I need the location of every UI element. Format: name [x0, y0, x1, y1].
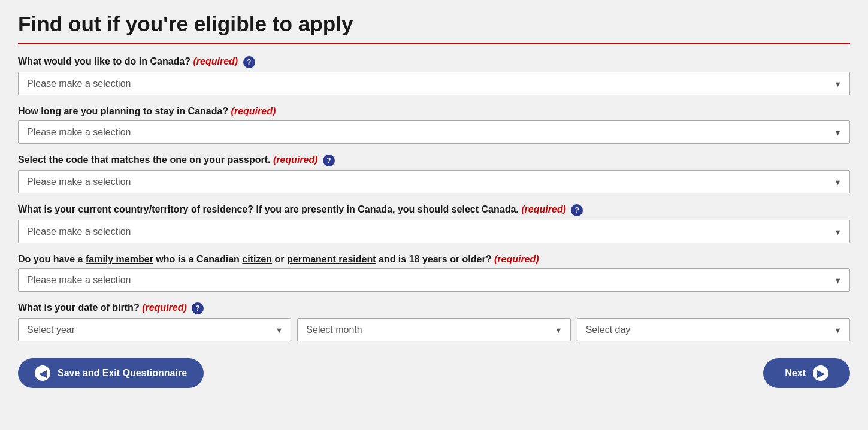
question-1: What would you like to do in Canada? (re…	[18, 56, 850, 95]
q1-select-wrapper: Please make a selection ▼	[18, 72, 850, 95]
month-select-wrapper: Select month ▼	[297, 318, 570, 341]
help-icon[interactable]: ?	[571, 204, 583, 216]
question-3-label: Select the code that matches the one on …	[18, 155, 850, 166]
q2-select[interactable]: Please make a selection	[18, 120, 850, 144]
footer: ◀ Save and Exit Questionnaire Next ▶	[18, 358, 850, 388]
question-6-label: What is your date of birth? (required) ?	[18, 302, 850, 314]
required-indicator: (required)	[494, 254, 539, 264]
q1-select[interactable]: Please make a selection	[18, 72, 850, 95]
help-icon[interactable]: ?	[243, 56, 255, 68]
q3-select-wrapper: Please make a selection ▼	[18, 170, 850, 193]
dob-row: Select year ▼ Select month ▼ Select day …	[18, 318, 850, 341]
forward-arrow-icon: ▶	[813, 365, 828, 381]
red-divider	[18, 43, 850, 44]
year-select[interactable]: Select year	[18, 318, 291, 341]
question-2-label: How long are you planning to stay in Can…	[18, 106, 850, 117]
required-indicator: (required)	[231, 106, 276, 116]
question-2: How long are you planning to stay in Can…	[18, 106, 850, 144]
question-1-label: What would you like to do in Canada? (re…	[18, 56, 850, 68]
question-3: Select the code that matches the one on …	[18, 155, 850, 193]
question-4-label: What is your current country/territory o…	[18, 204, 850, 216]
q5-select-wrapper: Please make a selection ▼	[18, 268, 850, 292]
citizen-link[interactable]: citizen	[242, 254, 272, 264]
help-icon[interactable]: ?	[323, 155, 335, 166]
permanent-resident-link[interactable]: permanent resident	[287, 254, 376, 264]
day-select-wrapper: Select day ▼	[577, 318, 850, 341]
required-indicator: (required)	[521, 204, 566, 214]
question-5: Do you have a family member who is a Can…	[18, 254, 850, 292]
month-select[interactable]: Select month	[297, 318, 570, 341]
q5-select[interactable]: Please make a selection	[18, 268, 850, 292]
year-select-wrapper: Select year ▼	[18, 318, 291, 341]
family-member-link[interactable]: family member	[86, 254, 153, 264]
day-select[interactable]: Select day	[577, 318, 850, 341]
required-indicator: (required)	[142, 302, 187, 313]
next-button[interactable]: Next ▶	[763, 358, 850, 388]
required-indicator: (required)	[193, 56, 238, 66]
q3-select[interactable]: Please make a selection	[18, 170, 850, 193]
question-4: What is your current country/territory o…	[18, 204, 850, 243]
q4-select-wrapper: Please make a selection ▼	[18, 220, 850, 243]
q4-select[interactable]: Please make a selection	[18, 220, 850, 243]
required-indicator: (required)	[273, 155, 318, 165]
back-arrow-icon: ◀	[35, 365, 50, 381]
save-exit-button[interactable]: ◀ Save and Exit Questionnaire	[18, 358, 204, 388]
question-5-label: Do you have a family member who is a Can…	[18, 254, 850, 265]
help-icon[interactable]: ?	[192, 302, 204, 314]
q2-select-wrapper: Please make a selection ▼	[18, 120, 850, 144]
page-title: Find out if you're eligible to apply	[18, 12, 850, 36]
question-6: What is your date of birth? (required) ?…	[18, 302, 850, 341]
